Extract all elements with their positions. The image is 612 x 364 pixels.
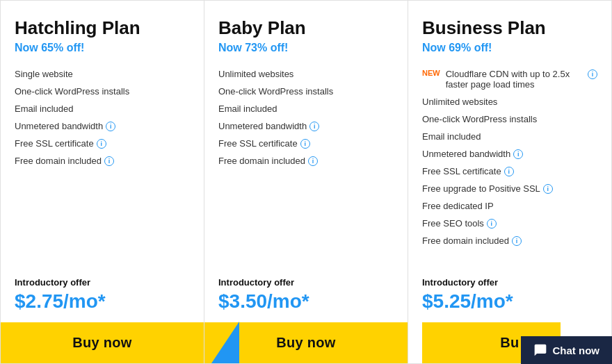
list-item: Unmetered bandwidth i bbox=[15, 117, 190, 135]
info-icon[interactable]: i bbox=[512, 236, 522, 246]
new-badge: NEW bbox=[422, 69, 440, 77]
baby-discount: Now 73% off! bbox=[218, 42, 394, 54]
chat-now-widget[interactable]: Chat now bbox=[521, 336, 613, 364]
chat-label: Chat now bbox=[553, 345, 600, 356]
list-item: One-click WordPress installs bbox=[15, 83, 190, 100]
list-item: Free domain included i bbox=[422, 232, 597, 249]
list-item: Free dedicated IP bbox=[422, 197, 597, 215]
list-item: One-click WordPress installs bbox=[218, 83, 394, 100]
business-plan-card: Business Plan Now 69% off! NEW Cloudflar… bbox=[408, 0, 612, 364]
hatchling-plan-card: Hatchling Plan Now 65% off! Single websi… bbox=[0, 0, 204, 364]
list-item: Unmetered bandwidth i bbox=[218, 117, 394, 135]
info-icon[interactable]: i bbox=[504, 167, 514, 176]
hatchling-buy-button[interactable]: Buy now bbox=[1, 322, 204, 363]
list-item: Free upgrade to Positive SSL i bbox=[422, 180, 597, 197]
list-item: Free SSL certificate i bbox=[218, 135, 394, 152]
hatchling-price: $2.75/mo* bbox=[15, 290, 190, 313]
info-icon[interactable]: i bbox=[104, 156, 114, 166]
list-item: Email included bbox=[422, 128, 597, 145]
business-features: NEW Cloudflare CDN with up to 2.5x faste… bbox=[422, 65, 597, 266]
baby-intro-label: Introductory offer bbox=[218, 277, 394, 288]
info-icon[interactable]: i bbox=[543, 184, 553, 194]
chat-icon bbox=[533, 343, 547, 357]
business-title: Business Plan bbox=[422, 17, 597, 39]
plans-container: Hatchling Plan Now 65% off! Single websi… bbox=[0, 0, 612, 364]
business-intro-label: Introductory offer bbox=[422, 277, 597, 288]
list-item: Free domain included i bbox=[15, 152, 190, 169]
info-icon[interactable]: i bbox=[513, 149, 523, 159]
list-item: Email included bbox=[15, 100, 190, 117]
list-item: NEW Cloudflare CDN with up to 2.5x faste… bbox=[422, 65, 597, 93]
baby-plan-card: Baby Plan Now 73% off! Unlimited website… bbox=[204, 0, 408, 364]
list-item: One-click WordPress installs bbox=[422, 110, 597, 128]
baby-price: $3.50/mo* bbox=[218, 290, 394, 313]
info-icon[interactable]: i bbox=[300, 139, 310, 149]
list-item: Unmetered bandwidth i bbox=[422, 145, 597, 163]
info-icon[interactable]: i bbox=[106, 122, 115, 131]
list-item: Free SEO tools i bbox=[422, 215, 597, 232]
baby-title: Baby Plan bbox=[218, 17, 394, 39]
list-item: Single website bbox=[15, 65, 190, 83]
business-price: $5.25/mo* bbox=[422, 290, 597, 313]
hatchling-title: Hatchling Plan bbox=[15, 17, 190, 39]
hatchling-discount: Now 65% off! bbox=[15, 42, 190, 54]
hatchling-features: Single website One-click WordPress insta… bbox=[15, 65, 190, 266]
list-item: Unlimited websites bbox=[218, 65, 394, 83]
list-item: Free SSL certificate i bbox=[422, 163, 597, 180]
hatchling-intro-label: Introductory offer bbox=[15, 277, 190, 288]
list-item: Unlimited websites bbox=[422, 93, 597, 110]
baby-footer: Introductory offer $3.50/mo* Buy now bbox=[218, 266, 394, 363]
hatchling-footer: Introductory offer $2.75/mo* Buy now bbox=[15, 266, 190, 363]
info-icon[interactable]: i bbox=[309, 122, 319, 131]
baby-features: Unlimited websites One-click WordPress i… bbox=[218, 65, 394, 266]
business-discount: Now 69% off! bbox=[422, 42, 597, 54]
list-item: Email included bbox=[218, 100, 394, 117]
info-icon[interactable]: i bbox=[308, 156, 318, 166]
info-icon[interactable]: i bbox=[97, 139, 106, 149]
new-feature-text: Cloudflare CDN with up to 2.5x faster pa… bbox=[446, 69, 585, 90]
list-item: Free SSL certificate i bbox=[15, 135, 190, 152]
info-icon[interactable]: i bbox=[487, 219, 497, 229]
list-item: Free domain included i bbox=[218, 152, 394, 169]
info-icon[interactable]: i bbox=[588, 69, 597, 79]
